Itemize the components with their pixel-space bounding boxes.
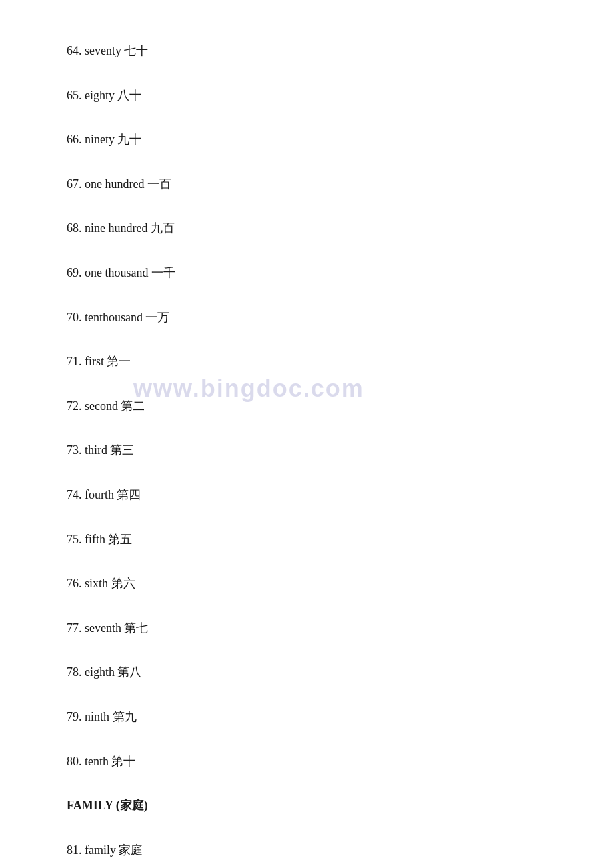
item-79: 79. ninth 第九 [67,706,560,728]
item-75: 75. fifth 第五 [67,529,560,551]
item-67: 67. one hundred 一百 [67,173,560,195]
page-content: www.bingdoc.com 64. seventy 七十65. eighty… [0,0,613,868]
item-78: 78. eighth 第八 [67,661,560,683]
item-81: 81. family 家庭 [67,839,560,861]
item-66: 66. ninety 九十 [67,129,560,151]
item-69: 69. one thousand 一千 [67,262,560,284]
item-71: 71. first 第一 [67,351,560,373]
item-72: 72. second 第二 [67,395,560,417]
items-container: 64. seventy 七十65. eighty 八十66. ninety 九十… [67,40,560,868]
item-73: 73. third 第三 [67,439,560,461]
item-76: 76. sixth 第六 [67,573,560,595]
item-65: 65. eighty 八十 [67,85,560,107]
item-80: 80. tenth 第十 [67,751,560,773]
item-74: 74. fourth 第四 [67,484,560,506]
item-68: 68. nine hundred 九百 [67,217,560,239]
item-64: 64. seventy 七十 [67,40,560,62]
section-family: FAMILY (家庭) [67,795,560,817]
item-70: 70. tenthousand 一万 [67,307,560,329]
item-77: 77. seventh 第七 [67,617,560,639]
